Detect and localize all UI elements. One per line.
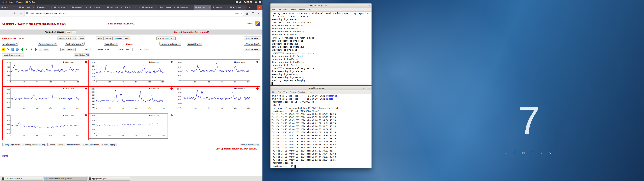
library-icon[interactable]: ❏ [251,11,255,16]
analysis-functions-dropdown[interactable]: Analysis functions▼ [65,42,84,46]
tab-close-icon[interactable]: × [139,6,140,8]
tab-close-icon[interactable]: × [156,6,157,8]
spectrum-plot-cell[interactable]: 7500800085009000950010000105000200400600… [88,86,174,113]
ymax-input[interactable] [144,48,153,51]
power-icon[interactable] [258,1,260,3]
spectra-functions-dropdown[interactable]: Spectra functions▼ [156,36,176,40]
tags-fits-dropdown[interactable]: Tags & Fits▼ [104,42,118,46]
browser-tab[interactable]: ASIC Control @...× [124,5,141,10]
browser-tab[interactable]: Run Control @...× [229,5,246,10]
spectrum-plot-cell[interactable]: 7500800085009000950002004006008001000aid… [3,86,88,113]
bookmark-star-icon[interactable]: ☆ [240,12,242,14]
forward-icon[interactable]: → [7,11,12,16]
show-button[interactable]: Show [96,36,104,40]
taskbar-window-button[interactable]: >_AIDA MIDAS HTTPd [1,177,44,181]
zero-button[interactable]: Zero [124,36,130,40]
maximize-button[interactable]: □ [366,5,367,7]
terminal-titlebar[interactable]: AIDA MIDAS HTTPd – □ × [270,4,372,8]
site-security-icon[interactable] [26,12,28,14]
home-link[interactable]: Home [2,155,8,157]
blue-sphere-icon-2[interactable] [16,48,19,51]
spectrum-plot-cell[interactable]: 7500800085009000950002004006008001000aid… [3,113,88,140]
tab-close-icon[interactable]: × [244,6,245,8]
xmin-input[interactable] [89,48,97,51]
browser-tab[interactable]: Waveform cap...× [71,5,88,10]
what-are-these-button-3[interactable]: What are these? [244,48,261,51]
tab-close-icon[interactable]: × [16,6,16,8]
tab-close-icon[interactable]: × [174,6,175,8]
terminal-menu-item[interactable]: File [272,9,275,11]
tab-close-icon[interactable]: × [104,6,104,8]
extensions-icon[interactable]: ▣ [245,11,250,16]
arrange-functions-dropdown[interactable]: Arrange functions▼ [38,42,57,46]
applications-menu[interactable]: Applications [1,0,15,4]
terminal-menu-item[interactable]: Terminal [298,91,305,93]
tab-close-icon[interactable]: × [227,6,228,8]
taskbar-window-button[interactable]: >_npg@carme-gsi:~ [88,177,130,181]
layout-id-dropdown[interactable]: Layout ID=8▼ [187,42,202,46]
browser-tab[interactable]: FADC Align &...× [18,5,36,10]
footer-button[interactable]: Send Log Window to ELog [22,143,47,146]
footer-button[interactable]: Reset [57,143,65,146]
network-icon[interactable] [236,1,238,3]
select-spectrum-dropdown[interactable]: Select a spectrum▼ [58,36,77,40]
radiation-icon[interactable]: ☢ [2,48,5,51]
back-icon[interactable]: ← [2,11,6,16]
forward-green-arrow-icon[interactable] [25,48,28,51]
menu-hamburger-icon[interactable]: ≡ [256,11,261,16]
channel-input[interactable] [134,42,148,46]
terminal-menu-item[interactable]: File [272,91,275,93]
browser-tab[interactable]: Lost activity m...× [53,5,70,10]
multi-button[interactable]: multi [78,36,85,40]
terminal-menu-item[interactable]: Search [290,9,296,11]
volume-icon[interactable] [239,1,241,3]
update-rate-dropdown[interactable]: Update Rate (4 secs)▼ [2,53,24,57]
view-functions-dropdown[interactable]: View functions▼ [2,42,18,46]
taskbar-window-button[interactable]: Spectrum Browser @ carme-... [44,177,87,181]
footer-button[interactable]: Show Log Window [82,143,100,146]
spectrum-name-input[interactable] [18,37,38,40]
browser-tab[interactable]: Temperature a...× [141,5,158,10]
browser-tab[interactable]: Plot Temperatu...× [159,5,176,10]
xmax-input[interactable] [104,48,112,51]
user-icon[interactable] [255,1,257,3]
url-bar[interactable]: localhost:8015/Spectrum/Spectrum.tml 80%… [24,11,244,16]
tab-close-icon[interactable]: × [33,6,34,8]
spectrum-plot-cell[interactable]: 7500800085009000950002004006008001000aid… [3,60,88,86]
close-button[interactable]: × [369,87,370,89]
browser-tab[interactable]: System wide C...× [176,5,194,10]
maximize-button[interactable]: □ [252,5,257,10]
terminal-menu-item[interactable]: Terminal [298,9,305,11]
zoom-magnifier-icon[interactable] [6,48,10,51]
spectrum-plot-cell[interactable]: 7500800085009000950010000020040060080010… [88,60,174,86]
reload-icon[interactable]: ↻ [13,11,18,16]
browser-tab[interactable]: Statistics @ ca...× [212,5,229,10]
browser-tab[interactable]: GSI White Rab...× [88,5,106,10]
forward-violet-arrow-icon[interactable] [34,48,38,51]
terminal-menu-item[interactable]: View [284,9,288,11]
blue-sphere-icon-1[interactable] [11,48,14,51]
zoom-level[interactable]: 80% [235,12,239,14]
terminal-titlebar[interactable]: npg@carme-gsi:~ – □ × [270,86,372,90]
small-tool-button[interactable] [39,48,42,51]
tab-close-icon[interactable]: × [209,6,210,8]
terminal-menu-item[interactable]: View [284,91,288,93]
acquisition-server-dropdown[interactable]: aida09▼ [66,30,76,34]
maximize-button[interactable]: □ [366,87,367,89]
minimize-button[interactable]: – [364,5,364,7]
home-icon[interactable]: ⌂ [18,11,23,16]
tab-close-icon[interactable]: × [68,6,69,8]
tab-close-icon[interactable]: × [192,6,192,8]
new-button[interactable]: new [43,48,49,51]
tab-close-icon[interactable]: × [86,6,87,8]
browser-tab[interactable]: AIDA× [0,5,18,10]
url-text[interactable]: localhost:8015/Spectrum/Spectrum.tml [30,12,234,14]
panel-clock[interactable]: Fri 15:00 [242,1,254,3]
firefox-launcher[interactable]: Firefox [24,0,36,4]
footer-button[interactable]: Enable Logging [101,143,116,146]
terminal-menu-item[interactable]: Edit [278,91,281,93]
spectrum-plot-cell[interactable]: 7500800085009000950010000020040060080010… [174,86,260,113]
close-button[interactable]: × [369,5,370,7]
scale-dropdown[interactable]: linear▼ [66,48,76,51]
update-button[interactable]: Update [104,36,112,40]
